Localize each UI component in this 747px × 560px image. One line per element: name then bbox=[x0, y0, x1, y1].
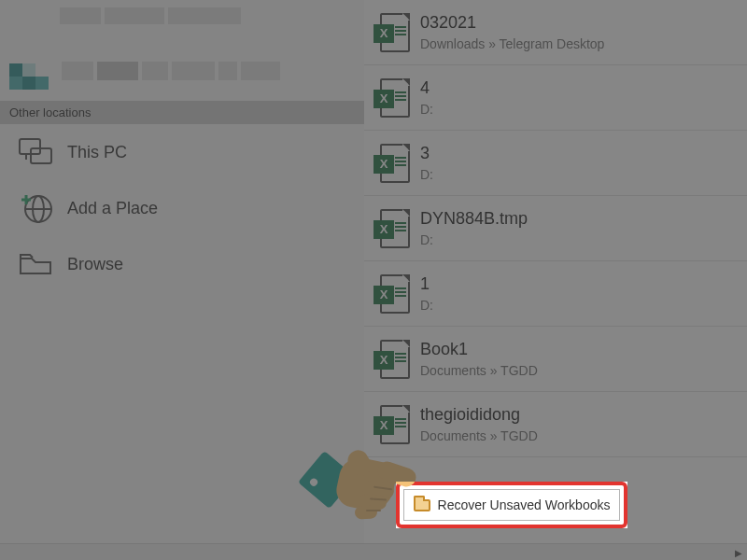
sidebar-item-label: Browse bbox=[67, 255, 123, 274]
left-pane: Other locations This PC bbox=[0, 0, 364, 560]
file-row[interactable]: X 1 D: bbox=[364, 261, 747, 327]
excel-file-icon: X bbox=[368, 78, 420, 118]
this-pc-icon bbox=[13, 137, 58, 167]
recover-unsaved-workbooks-button[interactable]: Recover Unsaved Workbooks bbox=[403, 489, 620, 521]
excel-file-icon: X bbox=[368, 209, 420, 248]
excel-open-backstage: Other locations This PC bbox=[0, 0, 747, 560]
file-name: 3 bbox=[420, 144, 433, 163]
file-name: DYN884B.tmp bbox=[420, 209, 528, 229]
excel-file-icon: X bbox=[368, 340, 420, 379]
excel-file-icon: X bbox=[368, 274, 420, 314]
recent-thumbnail-2[interactable] bbox=[9, 47, 308, 91]
excel-file-icon: X bbox=[368, 144, 420, 183]
file-path: Documents » TGDD bbox=[420, 363, 538, 378]
file-path: Downloads » Telegram Desktop bbox=[420, 36, 604, 51]
file-name: 4 bbox=[420, 78, 433, 98]
file-row[interactable]: X Book1 Documents » TGDD bbox=[364, 327, 747, 392]
file-path: Documents » TGDD bbox=[420, 428, 538, 443]
file-row[interactable]: X 032021 Downloads » Telegram Desktop bbox=[364, 0, 747, 65]
file-list: X 032021 Downloads » Telegram Desktop X … bbox=[364, 0, 747, 560]
file-row[interactable]: X 3 D: bbox=[364, 131, 747, 196]
sidebar-item-this-pc[interactable]: This PC bbox=[0, 124, 364, 180]
sidebar-item-label: Add a Place bbox=[67, 199, 158, 218]
file-path: D: bbox=[420, 167, 433, 182]
file-path: D: bbox=[420, 298, 433, 313]
add-place-icon bbox=[13, 192, 58, 224]
browse-folder-icon bbox=[13, 250, 58, 278]
scroll-right-icon[interactable]: ▶ bbox=[732, 546, 745, 559]
file-name: Book1 bbox=[420, 340, 538, 359]
excel-file-icon: X bbox=[368, 405, 420, 444]
file-path: D: bbox=[420, 232, 528, 247]
sidebar-item-label: This PC bbox=[67, 143, 127, 162]
horizontal-scrollbar[interactable]: ▶ bbox=[0, 543, 747, 560]
file-name: thegioididong bbox=[420, 405, 538, 425]
file-row[interactable]: X thegioididong Documents » TGDD bbox=[364, 392, 747, 457]
other-locations-header: Other locations bbox=[0, 101, 364, 124]
file-row[interactable]: X 4 D: bbox=[364, 65, 747, 131]
file-row[interactable]: X DYN884B.tmp D: bbox=[364, 196, 747, 261]
excel-file-icon: X bbox=[368, 13, 420, 52]
recent-thumbnail-1[interactable] bbox=[9, 4, 308, 41]
sidebar-item-add-place[interactable]: Add a Place bbox=[0, 180, 364, 236]
file-name: 032021 bbox=[420, 13, 604, 33]
file-path: D: bbox=[420, 102, 433, 117]
sidebar-item-browse[interactable]: Browse bbox=[0, 236, 364, 292]
folder-open-icon bbox=[414, 499, 430, 511]
recover-button-label: Recover Unsaved Workbooks bbox=[438, 497, 611, 512]
file-name: 1 bbox=[420, 274, 433, 294]
